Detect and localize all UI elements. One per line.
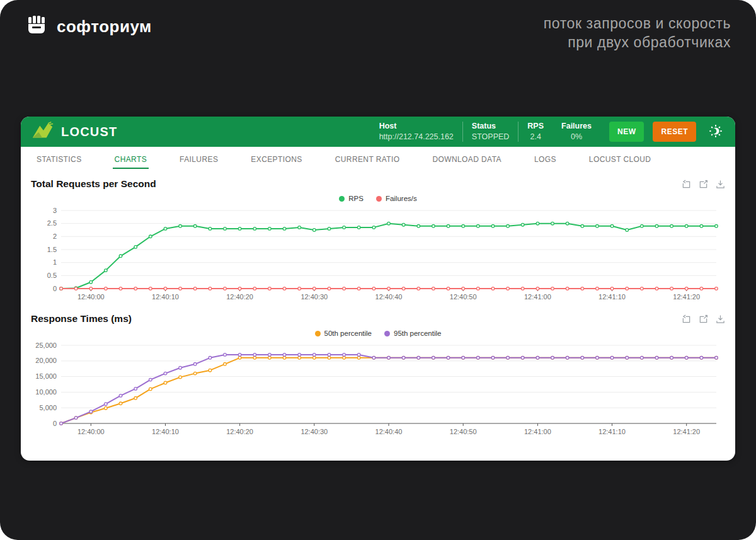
svg-text:12:40:10: 12:40:10: [152, 293, 179, 301]
tab-failures[interactable]: FAILURES: [178, 149, 220, 169]
tab-download-data[interactable]: DOWNLOAD DATA: [430, 149, 503, 169]
tab-logs[interactable]: LOGS: [532, 149, 558, 169]
response-times-chart-legend: 50th percentile 95th percentile: [31, 326, 725, 340]
rps-legend-label: RPS: [348, 195, 364, 202]
response-times-chart-title: Response Times (ms): [31, 313, 132, 325]
rps-chart-legend: RPS Failures/s: [31, 192, 725, 205]
save-image-icon[interactable]: [716, 180, 725, 189]
svg-text:12:41:10: 12:41:10: [598, 428, 626, 435]
top-branding-bar: софториум поток запросов и скорость при …: [25, 14, 731, 52]
restore-icon[interactable]: [682, 314, 691, 324]
svg-text:12:41:00: 12:41:00: [524, 428, 551, 435]
svg-text:12:41:20: 12:41:20: [673, 293, 700, 301]
svg-text:2.5: 2.5: [47, 219, 57, 227]
legend-item-failures[interactable]: Failures/s: [376, 195, 417, 202]
rps-stat: RPS 2.4: [518, 122, 553, 142]
host-label: Host: [379, 122, 454, 131]
dark-mode-icon: [709, 130, 723, 140]
p50-legend-label: 50th percentile: [324, 330, 372, 337]
subtitle-line-1: поток запросов и скорость: [544, 14, 731, 33]
failures-stat: Failures 0%: [553, 122, 600, 142]
reset-button[interactable]: RESET: [653, 122, 696, 142]
response-times-chart-canvas[interactable]: 05,00010,00015,00020,00025,00012:40:0012…: [31, 340, 725, 440]
softorium-logo: софториум: [25, 14, 152, 39]
legend-item-rps[interactable]: RPS: [339, 195, 364, 202]
dark-mode-toggle[interactable]: [707, 123, 724, 141]
failures-label: Failures: [561, 122, 592, 131]
svg-text:1.5: 1.5: [47, 246, 57, 253]
rps-label: RPS: [527, 122, 544, 131]
locust-header-bar: LOCUST Host http://212.74.225.162 Status…: [21, 117, 735, 147]
brand-name: софториум: [57, 17, 152, 37]
svg-text:12:40:50: 12:40:50: [450, 293, 477, 301]
locust-logo[interactable]: LOCUST: [31, 121, 117, 142]
svg-text:5,000: 5,000: [39, 404, 57, 411]
rps-legend-dot: [339, 196, 345, 202]
locust-app-window: LOCUST Host http://212.74.225.162 Status…: [21, 117, 735, 461]
fist-icon: [25, 14, 48, 39]
legend-item-95th-percentile[interactable]: 95th percentile: [384, 330, 441, 337]
tab-exceptions[interactable]: EXCEPTIONS: [249, 149, 304, 169]
grasshopper-icon: [31, 121, 55, 142]
save-image-icon[interactable]: [716, 314, 725, 324]
legend-item-50th-percentile[interactable]: 50th percentile: [315, 330, 372, 337]
data-zoom-icon[interactable]: [699, 180, 708, 189]
rps-chart-title: Total Requests per Second: [31, 178, 156, 190]
tab-statistics[interactable]: STATISTICS: [35, 149, 84, 169]
svg-text:12:40:20: 12:40:20: [226, 428, 253, 435]
status-stat: Status STOPPED: [463, 122, 518, 142]
p95-legend-label: 95th percentile: [394, 330, 441, 337]
response-times-chart-toolbox: [682, 314, 725, 324]
new-test-button[interactable]: NEW: [609, 122, 644, 142]
restore-icon[interactable]: [682, 180, 691, 189]
tab-current-ratio[interactable]: CURRENT RATIO: [333, 149, 402, 169]
failures-legend-label: Failures/s: [386, 195, 417, 202]
svg-text:0: 0: [53, 285, 57, 292]
response-times-chart-section: Response Times (ms) 50th percenti: [21, 305, 735, 440]
failures-value: 0%: [561, 132, 592, 142]
svg-text:12:40:40: 12:40:40: [375, 293, 403, 301]
svg-text:12:40:00: 12:40:00: [77, 428, 105, 435]
status-value: STOPPED: [472, 132, 510, 142]
tab-charts[interactable]: CHARTS: [113, 149, 149, 169]
svg-text:12:40:30: 12:40:30: [301, 293, 328, 301]
svg-text:3: 3: [53, 207, 57, 214]
rps-chart-toolbox: [682, 180, 725, 189]
svg-text:12:40:40: 12:40:40: [375, 428, 403, 435]
host-value: http://212.74.225.162: [379, 132, 454, 142]
data-zoom-icon[interactable]: [699, 314, 708, 324]
svg-text:0: 0: [53, 420, 57, 427]
svg-text:12:41:10: 12:41:10: [598, 293, 626, 301]
host-stat: Host http://212.74.225.162: [370, 122, 462, 142]
svg-text:10,000: 10,000: [35, 388, 57, 396]
svg-text:12:40:00: 12:40:00: [77, 293, 105, 301]
subtitle-line-2: при двух обработчиках: [544, 33, 731, 52]
svg-text:12:40:10: 12:40:10: [152, 428, 179, 435]
svg-text:20,000: 20,000: [35, 357, 57, 364]
svg-text:12:41:00: 12:41:00: [524, 293, 551, 301]
svg-text:12:40:50: 12:40:50: [450, 428, 477, 435]
svg-text:12:40:20: 12:40:20: [226, 293, 253, 301]
tab-bar: STATISTICS CHARTS FAILURES EXCEPTIONS CU…: [21, 147, 735, 170]
page-frame: софториум поток запросов и скорость при …: [0, 0, 756, 540]
svg-text:25,000: 25,000: [35, 342, 57, 349]
tab-locust-cloud[interactable]: LOCUST CLOUD: [587, 149, 653, 169]
svg-text:12:40:30: 12:40:30: [301, 428, 328, 435]
rps-chart-section: Total Requests per Second RPS: [21, 170, 735, 305]
p95-legend-dot: [384, 331, 390, 336]
page-subtitle: поток запросов и скорость при двух обраб…: [544, 14, 731, 52]
svg-text:0.5: 0.5: [47, 272, 57, 279]
svg-text:12:41:20: 12:41:20: [673, 428, 700, 435]
locust-title: LOCUST: [61, 125, 117, 139]
p50-legend-dot: [315, 331, 321, 336]
rps-chart-canvas[interactable]: 00.511.522.5312:40:0012:40:1012:40:2012:…: [31, 205, 725, 305]
failures-legend-dot: [376, 196, 382, 202]
rps-value: 2.4: [527, 132, 544, 142]
status-label: Status: [472, 122, 510, 131]
svg-text:15,000: 15,000: [35, 372, 57, 380]
header-stats: Host http://212.74.225.162 Status STOPPE…: [370, 122, 726, 142]
svg-text:1: 1: [53, 258, 57, 266]
svg-text:2: 2: [53, 233, 57, 240]
